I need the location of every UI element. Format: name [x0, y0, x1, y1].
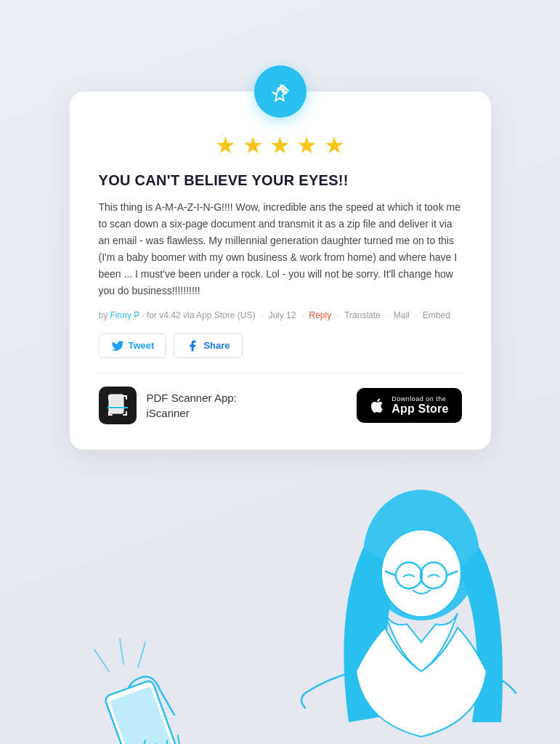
meta-date: July 12 — [268, 310, 296, 320]
app-store-button[interactable]: Download on the App Store — [357, 388, 461, 423]
star-5: ★ — [324, 132, 345, 158]
app-icon-circle — [254, 65, 307, 118]
separator-2: · — [301, 310, 307, 320]
svg-line-15 — [120, 639, 123, 664]
translate-link[interactable]: Translate — [344, 310, 381, 320]
svg-point-6 — [381, 530, 461, 617]
app-store-text: Download on the App Store — [391, 395, 448, 416]
scanner-icon — [105, 393, 130, 418]
review-title: YOU CAN'T BELIEVE YOUR EYES!! — [99, 172, 462, 189]
app-store-small-text: Download on the — [391, 395, 448, 403]
star-pencil-icon — [267, 78, 294, 105]
star-3: ★ — [269, 132, 291, 158]
illustration — [0, 468, 560, 744]
meta-for-detail: for v4.42 via App Store (US) — [147, 310, 255, 320]
author-link[interactable]: Finny P — [110, 310, 139, 320]
svg-rect-12 — [104, 679, 179, 744]
social-buttons: Tweet Share — [99, 333, 462, 358]
svg-point-7 — [396, 562, 422, 589]
svg-line-16 — [138, 642, 145, 668]
illustration-svg — [0, 468, 560, 744]
app-promo: PDF Scanner App: iScanner Download on th… — [99, 387, 462, 424]
share-label: Share — [203, 340, 230, 351]
star-rating: ★ ★ ★ ★ ★ — [99, 132, 462, 159]
meta-for-text: · — [142, 310, 147, 320]
app-name: PDF Scanner App: iScanner — [147, 390, 237, 421]
separator-4: · — [386, 310, 391, 320]
star-2: ★ — [243, 132, 264, 158]
card-container: ★ ★ ★ ★ ★ YOU CAN'T BELIEVE YOUR EYES!! … — [70, 65, 491, 450]
svg-line-10 — [385, 571, 396, 575]
separator-5: · — [415, 310, 420, 320]
svg-point-5 — [363, 490, 479, 620]
review-body: This thing is A-M-A-Z-I-N-G!!!! Wow, inc… — [99, 199, 462, 300]
separator-3: · — [337, 310, 342, 320]
app-store-large-text: App Store — [391, 403, 448, 416]
svg-line-14 — [94, 650, 109, 671]
separator-1: · — [261, 310, 266, 320]
tweet-label: Tweet — [129, 340, 155, 351]
star-4: ★ — [296, 132, 317, 158]
mail-link[interactable]: Mail — [394, 310, 410, 320]
app-name-line1: PDF Scanner App: — [147, 390, 237, 405]
reply-link[interactable]: Reply — [309, 310, 331, 320]
star-1: ★ — [215, 132, 236, 158]
meta-prefix: by — [99, 310, 108, 320]
svg-rect-1 — [109, 395, 123, 413]
facebook-icon — [186, 339, 199, 352]
app-name-line2: iScanner — [147, 405, 237, 421]
page-wrapper: ★ ★ ★ ★ ★ YOU CAN'T BELIEVE YOUR EYES!! … — [0, 0, 560, 744]
review-card: ★ ★ ★ ★ ★ YOU CAN'T BELIEVE YOUR EYES!! … — [70, 92, 491, 450]
embed-link[interactable]: Embed — [423, 310, 450, 320]
review-meta: by Finny P · for v4.42 via App Store (US… — [99, 310, 462, 320]
svg-line-11 — [447, 571, 458, 575]
twitter-icon — [111, 339, 124, 352]
divider — [99, 373, 462, 373]
tweet-button[interactable]: Tweet — [99, 333, 167, 358]
app-promo-left: PDF Scanner App: iScanner — [99, 387, 237, 424]
svg-point-8 — [421, 562, 447, 589]
app-store-icon — [99, 387, 137, 424]
apple-icon — [370, 397, 386, 413]
share-button[interactable]: Share — [174, 333, 242, 358]
svg-rect-13 — [110, 687, 174, 744]
